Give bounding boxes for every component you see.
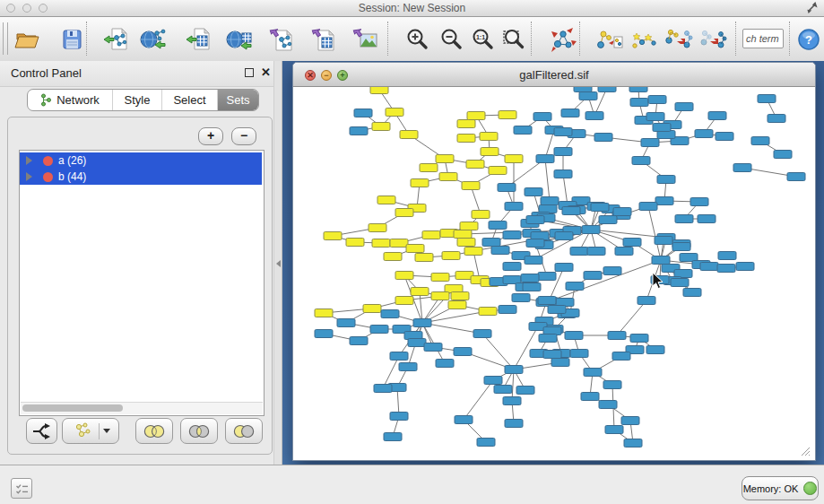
graph-node [457, 135, 475, 143]
graph-node [370, 326, 388, 334]
graph-node [652, 256, 670, 265]
network-window-titlebar[interactable]: ✕ − + galFiltered.sif [293, 63, 815, 87]
panel-splitter[interactable] [273, 61, 282, 465]
tab-select[interactable]: Select [162, 90, 218, 110]
help-button[interactable]: ? [795, 24, 822, 55]
expand-triangle-icon[interactable] [26, 156, 32, 165]
close-panel-icon[interactable]: ✕ [261, 65, 271, 79]
export-image-button[interactable] [351, 24, 381, 55]
add-set-button[interactable]: + [198, 127, 223, 145]
import-table-file-button[interactable] [184, 24, 214, 55]
tab-sets[interactable]: Sets [218, 90, 258, 110]
copy-network-to-sets-button[interactable] [594, 24, 625, 55]
graph-node [525, 256, 542, 265]
apply-layout-button[interactable] [548, 24, 578, 55]
set-row-a[interactable]: a (26) [20, 152, 262, 169]
sets-list: a (26) b (44) [19, 150, 265, 416]
graph-node [422, 231, 440, 239]
memory-ok-indicator [803, 482, 817, 495]
zoom-in-button[interactable] [402, 24, 432, 55]
toolbar-grip[interactable] [3, 22, 8, 55]
float-panel-icon[interactable] [245, 68, 254, 77]
search-input[interactable]: ch term [742, 29, 784, 48]
graph-node [603, 267, 621, 275]
import-table-url-button[interactable] [225, 24, 256, 55]
fullscreen-arrows-icon[interactable] [803, 2, 820, 15]
tab-style-label: Style [125, 93, 151, 107]
zoom-actual-size-button[interactable]: 1:1 [467, 24, 498, 55]
select-nodes-button[interactable] [629, 24, 659, 55]
graph-node [613, 208, 631, 216]
new-network-difference-button[interactable] [698, 24, 728, 55]
network-canvas[interactable] [294, 87, 812, 458]
graph-node [350, 127, 368, 135]
network-view-window[interactable]: ✕ − + galFiltered.sif [292, 62, 816, 461]
graph-node [584, 369, 602, 377]
import-network-file-button[interactable] [101, 24, 132, 55]
graph-node [491, 247, 509, 255]
scrollbar-thumb[interactable] [22, 404, 123, 412]
window-resize-grip[interactable] [800, 446, 811, 456]
graph-node [372, 123, 390, 131]
graph-node [690, 198, 708, 206]
graph-node [395, 297, 413, 305]
graph-node [646, 346, 664, 354]
graph-node [774, 151, 792, 159]
zoom-fit-button[interactable] [499, 24, 529, 55]
graph-node [698, 215, 716, 223]
set-color-dot [43, 172, 53, 182]
button-divider [99, 423, 100, 439]
graph-node [599, 401, 617, 409]
horizontal-scrollbar[interactable] [21, 402, 263, 414]
open-session-button[interactable] [12, 24, 42, 55]
memory-status-button[interactable]: Memory: OK [742, 476, 819, 500]
svg-text:1:1: 1:1 [476, 34, 485, 40]
set-row-b[interactable]: b (44) [20, 169, 262, 185]
task-history-button[interactable] [11, 478, 32, 499]
export-table-button[interactable] [309, 24, 340, 55]
split-set-button[interactable] [26, 418, 57, 444]
tab-select-label: Select [173, 93, 205, 107]
toolbar-separator [531, 22, 532, 56]
save-session-button[interactable] [56, 24, 87, 55]
export-network-button[interactable] [267, 24, 298, 55]
new-network-from-selection-button[interactable] [664, 24, 694, 55]
graph-node [533, 113, 551, 121]
graph-node [523, 283, 541, 291]
graph-node [653, 124, 671, 132]
graph-node [716, 133, 733, 141]
select-nodes-icon [629, 26, 658, 53]
control-panel-title: Control Panel [11, 66, 82, 80]
import-network-url-button[interactable] [139, 24, 169, 55]
graph-node [516, 387, 534, 395]
zoom-out-icon [438, 26, 464, 53]
difference-sets-button[interactable] [225, 418, 263, 444]
apply-layout-icon [549, 25, 577, 54]
tab-network[interactable]: Network [28, 90, 113, 110]
create-set-from-network-button[interactable] [62, 418, 119, 444]
graph-node [363, 305, 381, 313]
network-graph[interactable] [294, 87, 812, 452]
graph-node [585, 112, 603, 120]
network-desktop: ✕ − + galFiltered.sif [282, 61, 824, 465]
graph-node [657, 176, 675, 184]
graph-node [431, 292, 449, 300]
graph-node [554, 170, 572, 178]
graph-node [708, 112, 726, 120]
network-tab-icon [40, 93, 52, 107]
graph-node [587, 248, 605, 256]
remove-set-button[interactable]: − [231, 127, 256, 145]
intersect-sets-button[interactable] [180, 418, 218, 444]
graph-node [655, 237, 672, 245]
graph-node [454, 230, 472, 239]
union-sets-button[interactable] [135, 418, 173, 444]
tab-style[interactable]: Style [113, 90, 162, 110]
zoom-out-button[interactable] [436, 24, 466, 55]
graph-node [315, 330, 333, 338]
graph-node [555, 264, 573, 272]
collapse-panel-arrow-icon[interactable] [276, 260, 281, 267]
graph-node [399, 363, 417, 371]
save-floppy-icon [58, 26, 85, 53]
expand-triangle-icon[interactable] [26, 172, 32, 181]
dropdown-arrow-icon[interactable] [103, 429, 110, 433]
